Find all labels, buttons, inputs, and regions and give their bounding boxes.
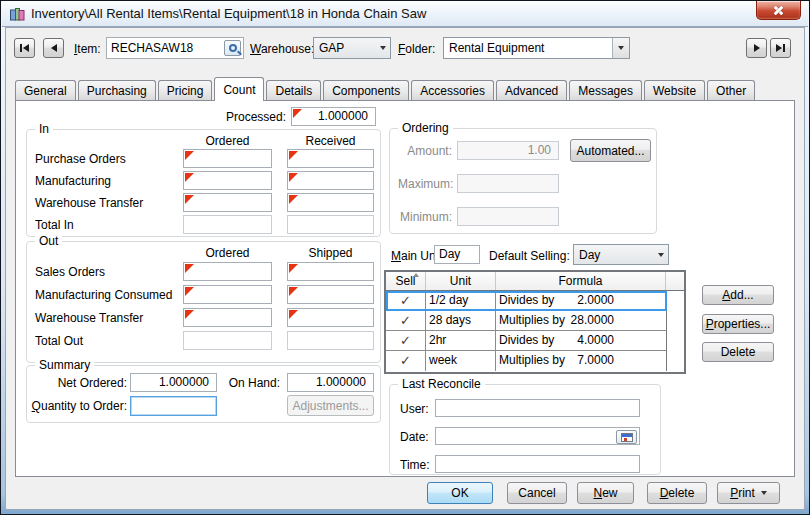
minimum-field (457, 207, 559, 226)
unit-row[interactable]: ✓ 28 days Multiplies by28.0000 (386, 311, 667, 331)
manufacturing-consumed-shipped-field[interactable] (287, 285, 374, 304)
unit-row[interactable]: ✓ 1/2 day Divides by2.0000 (386, 291, 667, 311)
on-hand-label: On Hand: (207, 376, 280, 390)
add-button[interactable]: Add... (702, 285, 774, 305)
sales-orders-ordered-field[interactable] (183, 262, 272, 281)
calendar-icon (621, 433, 633, 442)
close-button[interactable] (756, 1, 801, 20)
ordering-group: Ordering Amount: 1.00 Automated... Maxim… (389, 128, 657, 234)
purchase-orders-ordered-field[interactable] (183, 149, 272, 168)
net-ordered-label: Net Ordered: (27, 376, 127, 390)
out-group: Out Ordered Shipped Sales Orders Manufac… (26, 241, 381, 363)
sales-orders-shipped-field[interactable] (287, 262, 374, 281)
tab-general[interactable]: General (15, 80, 76, 100)
unit-row[interactable]: ✓ 2hr Divides by4.0000 (386, 331, 667, 351)
main-unit-input[interactable]: Day (434, 245, 480, 264)
properties-button[interactable]: Properties... (702, 314, 774, 334)
total-out-ordered-field (183, 331, 272, 350)
total-in-ordered-field (183, 215, 272, 234)
sell-check-icon: ✓ (386, 311, 426, 330)
drilldown-flag-icon: 1.000000 (292, 108, 375, 125)
purchase-orders-received-field[interactable] (287, 149, 374, 168)
warehouse-transfer-out-shipped-field[interactable] (287, 308, 374, 327)
summary-group-title: Summary (35, 358, 94, 373)
print-button[interactable]: Print (717, 482, 780, 504)
chevron-down-icon (658, 253, 664, 257)
manufacturing-received-field[interactable] (287, 171, 374, 190)
row-label: Warehouse Transfer (35, 311, 143, 325)
manufacturing-ordered-field[interactable] (183, 171, 272, 190)
tab-components[interactable]: Components (323, 80, 409, 100)
first-record-button[interactable] (14, 38, 35, 58)
user-input[interactable] (435, 399, 640, 417)
warehouse-transfer-received-field[interactable] (287, 193, 374, 212)
warehouse-transfer-out-ordered-field[interactable] (183, 308, 272, 327)
on-hand-field[interactable]: 1.000000 (287, 373, 374, 392)
ordering-group-title: Ordering (398, 121, 453, 136)
total-in-received-field (287, 215, 374, 234)
search-icon (229, 44, 237, 52)
shipped-column-header: Shipped (287, 246, 374, 260)
warehouse-select[interactable]: GAP (313, 37, 391, 59)
quantity-to-order-input[interactable] (130, 396, 217, 416)
item-input[interactable]: RECHASAW18 (106, 37, 244, 59)
ordered-column-header: Ordered (183, 246, 272, 260)
ok-button[interactable]: OK (427, 482, 493, 504)
tab-details[interactable]: Details (266, 80, 321, 100)
delete-button[interactable]: Delete (647, 482, 707, 504)
title-bar[interactable]: Inventory\All Rental Items\Rental Equipm… (2, 1, 808, 27)
warehouse-transfer-ordered-field[interactable] (183, 193, 272, 212)
processed-field[interactable]: 1.000000 (291, 107, 376, 126)
default-selling-label: Default Selling: (489, 249, 570, 263)
default-selling-select[interactable]: Day (573, 244, 669, 265)
unit-row[interactable]: ✓ week Multiplies by7.0000 (386, 351, 667, 371)
processed-label: Processed: (166, 110, 286, 124)
delete-unit-button[interactable]: Delete (702, 342, 774, 362)
units-table-header: Sell Unit Formula (386, 272, 684, 291)
next-record-button[interactable] (746, 38, 767, 58)
formula-column-header[interactable]: Formula (496, 272, 666, 290)
tab-pricing[interactable]: Pricing (158, 80, 213, 100)
automated-button[interactable]: Automated... (570, 139, 651, 162)
tab-other[interactable]: Other (707, 80, 755, 100)
tab-advanced[interactable]: Advanced (496, 80, 567, 100)
dialog-body: Item: RECHASAW18 Warehouse: GAP Folder: … (5, 27, 805, 510)
previous-record-icon (51, 44, 57, 52)
net-ordered-field[interactable]: 1.000000 (130, 373, 217, 392)
row-label: Purchase Orders (35, 152, 126, 166)
manufacturing-consumed-ordered-field[interactable] (183, 285, 272, 304)
unit-column-header[interactable]: Unit (426, 272, 496, 290)
tab-accessories[interactable]: Accessories (411, 80, 494, 100)
date-picker-button[interactable] (616, 430, 637, 444)
time-input[interactable] (435, 455, 640, 473)
warehouse-value: GAP (314, 41, 375, 55)
new-button[interactable]: New (577, 482, 634, 504)
previous-record-button[interactable] (43, 38, 64, 58)
tab-purchasing[interactable]: Purchasing (78, 80, 156, 100)
chevron-down-icon (380, 46, 386, 50)
maximum-label: Maximum: (398, 177, 452, 191)
user-label: User: (400, 402, 429, 416)
quantity-to-order-label: Quantity to Order: (27, 399, 127, 413)
minimum-label: Minimum: (398, 210, 452, 224)
tab-strip: General Purchasing Pricing Count Details… (15, 77, 757, 101)
sell-column-header[interactable]: Sell (386, 272, 426, 290)
row-label: Sales Orders (35, 265, 105, 279)
print-menu-arrow-icon (761, 491, 767, 495)
last-record-button[interactable] (770, 38, 791, 58)
cancel-button[interactable]: Cancel (507, 482, 567, 504)
folder-select[interactable]: Rental Equipment (443, 37, 630, 59)
tab-messages[interactable]: Messages (569, 80, 642, 100)
sort-indicator-icon (413, 273, 419, 277)
count-tab-page: Processed: 1.000000 In Ordered Received … (15, 100, 795, 477)
ordered-column-header: Ordered (183, 134, 272, 148)
tab-count[interactable]: Count (214, 77, 264, 101)
window-title: Inventory\All Rental Items\Rental Equipm… (31, 6, 426, 21)
dialog-window: Inventory\All Rental Items\Rental Equipm… (0, 0, 810, 515)
date-input[interactable] (435, 427, 640, 445)
tab-website[interactable]: Website (644, 80, 705, 100)
item-search-button[interactable] (224, 40, 241, 56)
last-reconcile-title: Last Reconcile (398, 377, 485, 392)
summary-group: Summary Net Ordered: 1.000000 On Hand: 1… (26, 365, 381, 423)
inventory-app-icon (9, 6, 25, 22)
